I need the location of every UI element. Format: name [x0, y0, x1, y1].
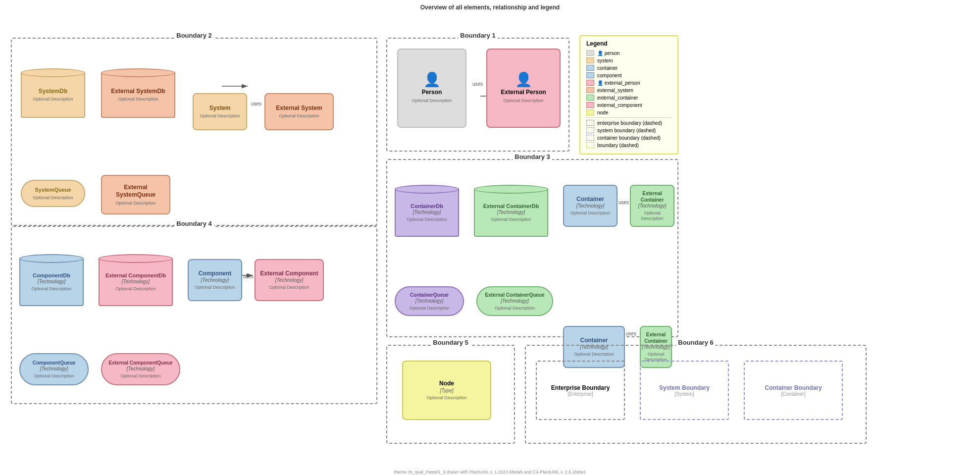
legend-ext-person: 👤 external_person — [586, 80, 671, 86]
external-system-db-desc: Optional Description — [118, 97, 158, 102]
legend-plain-boundary: boundary (dashed) — [586, 142, 671, 148]
legend-enterprise-swatch — [586, 120, 594, 126]
legend-ext-system: external_system — [586, 87, 671, 93]
node-element: Node [Type] Optional Description — [402, 361, 491, 420]
system-boundary-label: System Boundary — [659, 384, 710, 391]
external-container-db-desc: Optional Description — [491, 217, 531, 222]
external-container-queue-desc: Optional Description — [495, 306, 535, 311]
component-node: Component [Technology] Optional Descript… — [188, 259, 242, 301]
external-container-queue-tech: [Technology] — [501, 298, 528, 304]
container-node-top: Container [Technology] Optional Descript… — [563, 185, 618, 227]
legend-box: Legend 👤 person system container compone… — [579, 35, 678, 155]
external-system-title: External System — [276, 105, 322, 112]
legend-container: container — [586, 65, 671, 71]
external-component-db-title: External ComponentDb — [105, 272, 166, 279]
legend-container-boundary-swatch — [586, 135, 594, 141]
legend-person-swatch — [586, 50, 594, 56]
external-system-node: External System Optional Description — [264, 93, 334, 130]
external-component-tech: [Technology] — [275, 277, 303, 283]
container-node-top-title: Container — [576, 196, 604, 204]
legend-component-label: component — [597, 73, 621, 78]
container-queue: ContainerQueue [Technology] Optional Des… — [395, 286, 464, 316]
legend-plain-boundary-label: boundary (dashed) — [597, 143, 639, 148]
legend-ext-person-label: 👤 external_person — [597, 80, 640, 86]
node-tech: [Type] — [440, 388, 453, 394]
boundary-4-label: Boundary 4 — [174, 220, 214, 227]
external-component-db: External ComponentDb [Technology] Option… — [99, 254, 173, 306]
container-title: Container — [580, 337, 608, 345]
external-person-node: 👤 External Person Optional Description — [486, 49, 561, 128]
node-desc: Optional Description — [426, 395, 466, 401]
container-node-top-desc: Optional Description — [570, 211, 610, 216]
component-queue-desc: Optional Description — [34, 373, 74, 379]
external-component-queue-tech: [Technology] — [127, 366, 155, 372]
legend-system-boundary: system boundary (dashed) — [586, 127, 671, 133]
boundary-6: Boundary 6 Enterprise Boundary [Enterpri… — [525, 345, 867, 444]
uses-label-b3: uses — [626, 331, 636, 336]
enterprise-boundary-label: Enterprise Boundary — [551, 384, 610, 391]
enterprise-boundary-sub: Enterprise Boundary [Enterprise] — [536, 361, 625, 420]
legend-ext-system-swatch — [586, 87, 594, 93]
container-db-tech: [Technology] — [413, 210, 441, 215]
system-queue: SystemQueue Optional Description — [21, 180, 85, 207]
external-container-db-title: External ContainerDb — [483, 203, 539, 210]
system-desc: Optional Description — [200, 113, 240, 119]
boundary-1: Boundary 1 👤 Person Optional Description… — [386, 38, 569, 152]
external-person-desc: Optional Description — [503, 98, 543, 104]
uses-label-b2: uses — [251, 101, 261, 106]
external-component-title: External Component — [260, 270, 318, 278]
enterprise-boundary-sublabel: [Enterprise] — [567, 391, 593, 397]
container-boundary-label: Container Boundary — [765, 384, 822, 391]
external-container-top-desc: Optional Description — [635, 211, 670, 221]
external-container-top-title: External Container — [635, 190, 670, 203]
legend-ext-container-swatch — [586, 95, 594, 101]
container-boundary-sub: Container Boundary [Container] — [744, 361, 843, 420]
component-title: Component — [199, 270, 232, 278]
system-db: SystemDb Optional Description — [21, 68, 85, 118]
external-container-queue-title: External ContainerQueue — [485, 292, 544, 298]
external-system-db-title: External SystemDb — [111, 88, 165, 96]
container-queue-title: ContainerQueue — [410, 292, 449, 298]
legend-component: component — [586, 72, 671, 78]
container-queue-tech: [Technology] — [415, 298, 443, 304]
system-boundary-sub: System Boundary [System] — [640, 361, 729, 420]
container-queue-desc: Optional Description — [409, 306, 449, 311]
system-db-title: SystemDb — [39, 88, 68, 96]
boundary-2: Boundary 2 SystemDb Optional Description… — [11, 38, 377, 226]
legend-plain-boundary-swatch — [586, 142, 594, 148]
container-db: ContainerDb [Technology] Optional Descri… — [395, 185, 459, 237]
uses-label-b4: uses — [243, 274, 254, 279]
component-desc: Optional Description — [195, 285, 235, 290]
legend-ext-system-label: external_system — [597, 88, 633, 93]
external-system-queue: External SystemQueue Optional Descriptio… — [101, 175, 170, 214]
legend-node-label: node — [597, 110, 608, 115]
legend-container-label: container — [597, 65, 618, 71]
external-component-node: External Component [Technology] Optional… — [255, 259, 324, 301]
external-container-title: External Container — [644, 331, 668, 344]
boundary-3: Boundary 3 ContainerDb [Technology] Opti… — [386, 159, 678, 337]
legend-enterprise-label: enterprise boundary (dashed) — [597, 120, 662, 126]
legend-container-swatch — [586, 65, 594, 71]
legend-component-swatch — [586, 72, 594, 78]
legend-system-label: system — [597, 58, 613, 63]
external-component-queue-desc: Optional Description — [120, 373, 160, 379]
uses-label-b3-top: uses — [619, 200, 629, 205]
legend-system: system — [586, 57, 671, 63]
external-component-desc: Optional Description — [269, 285, 309, 290]
legend-person: 👤 person — [586, 50, 671, 56]
person-title: Person — [422, 89, 442, 97]
legend-system-boundary-label: system boundary (dashed) — [597, 128, 656, 133]
boundary-4: Boundary 4 ComponentDb [Technology] Opti… — [11, 226, 377, 404]
legend-ext-person-swatch — [586, 80, 594, 86]
external-system-desc: Optional Description — [279, 113, 319, 119]
legend-system-boundary-swatch — [586, 127, 594, 133]
legend-ext-container: external_container — [586, 95, 671, 101]
system-node: System Optional Description — [193, 93, 247, 130]
legend-person-label: 👤 person — [597, 51, 619, 56]
external-component-queue-title: External ComponentQueue — [109, 360, 173, 366]
legend-node: node — [586, 109, 671, 115]
system-queue-title: SystemQueue — [35, 186, 71, 193]
external-container-queue: External ContainerQueue [Technology] Opt… — [476, 286, 553, 316]
boundary-3-label: Boundary 3 — [513, 153, 552, 160]
component-tech: [Technology] — [201, 277, 229, 283]
